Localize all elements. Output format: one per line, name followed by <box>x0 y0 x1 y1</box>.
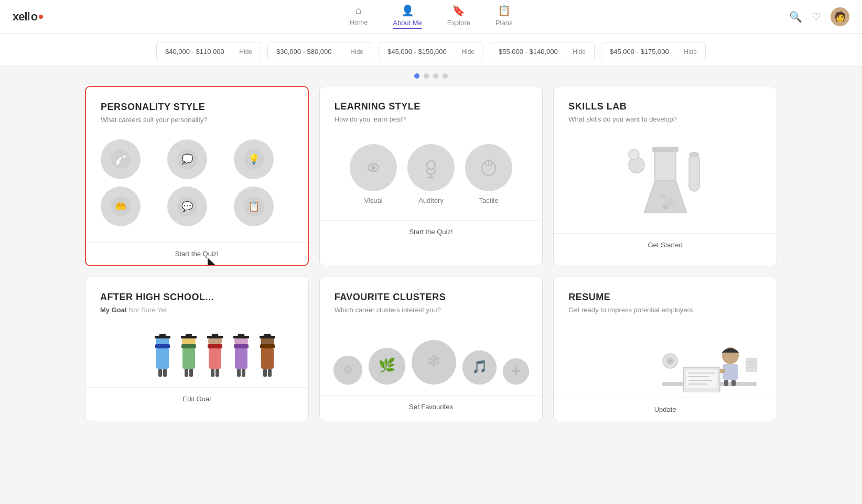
carousel-dots <box>0 66 862 86</box>
svg-rect-32 <box>156 348 169 369</box>
nav-about-me[interactable]: 👤 About Me <box>393 4 422 29</box>
skills-footer[interactable]: Get Started <box>554 233 777 256</box>
svg-point-28 <box>660 193 666 200</box>
learning-style-card[interactable]: LEARNING STYLE How do you learn best? Vi… <box>319 86 543 266</box>
personality-footer[interactable]: Start the Quiz! <box>86 242 308 265</box>
svg-text:✚: ✚ <box>511 365 520 377</box>
hide-btn-2[interactable]: Hide <box>350 48 363 56</box>
svg-text:❄: ❄ <box>427 352 441 370</box>
svg-rect-35 <box>155 344 170 348</box>
goal-value: Not Sure Yet <box>128 306 167 314</box>
cluster-circle-1: ⚙ <box>333 356 362 385</box>
personality-subtitle: What careers suit your personality? <box>101 116 293 124</box>
clipboard-icon: 📋 <box>234 187 274 226</box>
clusters-title: FAVOURITE CLUSTERS <box>335 292 528 303</box>
about-me-icon: 👤 <box>401 4 414 17</box>
svg-rect-43 <box>181 336 197 338</box>
visual-circle <box>350 144 397 191</box>
salary-range-1: $40,000 - $110,000 <box>165 48 224 56</box>
hide-btn-4[interactable]: Hide <box>573 48 586 56</box>
logo[interactable]: xello <box>13 10 43 24</box>
svg-point-25 <box>689 152 699 157</box>
svg-text:🌿: 🌿 <box>379 357 396 374</box>
dot-3[interactable] <box>433 73 438 79</box>
search-button[interactable]: 🔍 <box>789 10 802 23</box>
cluster-circle-2: 🌿 <box>369 348 405 385</box>
svg-rect-50 <box>207 336 223 338</box>
learning-footer[interactable]: Start the Quiz! <box>320 220 543 243</box>
salary-range-2: $30,000 - $80,000 <box>276 48 332 56</box>
after-hs-footer[interactable]: Edit Goal <box>85 387 308 410</box>
resume-card[interactable]: RESUME Get ready to impress potential em… <box>553 277 777 421</box>
skills-title: SKILLS LAB <box>568 101 762 112</box>
hide-btn-5[interactable]: Hide <box>684 48 697 56</box>
favorites-button[interactable]: ♡ <box>812 10 821 23</box>
svg-rect-61 <box>263 369 267 377</box>
skills-lab-card[interactable]: SKILLS LAB What skills do you want to de… <box>553 86 777 266</box>
resume-subtitle: Get ready to impress potential employers… <box>568 306 762 314</box>
nav-home[interactable]: ⌂ Home <box>350 4 368 29</box>
visual-wrap: Visual <box>350 144 397 204</box>
cluster-circle-5: ✚ <box>503 358 529 385</box>
svg-point-90 <box>669 359 672 363</box>
favourite-clusters-card[interactable]: FAVOURITE CLUSTERS Which career clusters… <box>319 277 543 421</box>
clusters-subtitle: Which career clusters interest you? <box>335 306 528 314</box>
svg-rect-63 <box>260 344 275 348</box>
hide-btn-3[interactable]: Hide <box>461 48 475 56</box>
svg-point-20 <box>476 155 502 181</box>
resume-card-body: RESUME Get ready to impress potential em… <box>554 277 777 398</box>
resume-illustration <box>568 324 762 398</box>
svg-rect-49 <box>208 344 222 348</box>
after-high-school-card[interactable]: AFTER HIGH SCHOOL... My Goal Not Sure Ye… <box>85 277 309 421</box>
dot-2[interactable] <box>424 73 429 79</box>
personality-card-body: PERSONALITY STYLE What careers suit your… <box>86 87 308 242</box>
svg-text:🎵: 🎵 <box>471 359 487 374</box>
nav-center: ⌂ Home 👤 About Me 🔖 Explore 📋 Plans <box>350 4 513 29</box>
personality-title: PERSONALITY STYLE <box>101 102 293 113</box>
avatar[interactable]: 🧑 <box>831 7 849 26</box>
nav-plans[interactable]: 📋 Plans <box>495 4 513 29</box>
auditory-circle <box>407 144 455 191</box>
resume-footer[interactable]: Update <box>554 398 777 421</box>
svg-rect-56 <box>234 344 249 348</box>
explore-icon: 🔖 <box>452 4 465 17</box>
home-icon: ⌂ <box>355 4 362 16</box>
svg-rect-46 <box>209 348 221 369</box>
svg-rect-40 <box>185 369 188 377</box>
personality-card[interactable]: PERSONALITY STYLE What careers suit your… <box>85 86 309 266</box>
dot-1[interactable] <box>414 73 419 79</box>
nav-explore[interactable]: 🔖 Explore <box>447 4 470 29</box>
salary-range-5: $45,000 - $175,000 <box>610 48 669 56</box>
hide-btn-1[interactable]: Hide <box>239 48 252 56</box>
dot-4[interactable] <box>443 73 448 79</box>
svg-rect-60 <box>261 348 274 369</box>
svg-rect-44 <box>186 334 192 336</box>
heart-hand-icon: 🤲 <box>101 187 141 226</box>
salary-strip: $40,000 - $110,000 Hide $30,000 - $80,00… <box>0 34 862 66</box>
clusters-illustration: ⚙ 🌿 ❄ 🎵 ✚ <box>335 324 528 395</box>
svg-rect-55 <box>242 369 245 377</box>
salary-card-2: $30,000 - $80,000 Hide <box>267 42 372 61</box>
chat-icon: 💬 <box>167 187 207 226</box>
plans-icon: 📋 <box>498 4 511 17</box>
salary-card-5: $45,000 - $175,000 Hide <box>601 42 706 61</box>
svg-rect-51 <box>212 334 218 336</box>
visual-label: Visual <box>364 196 382 204</box>
learning-title: LEARNING STYLE <box>335 101 528 112</box>
nav-right: 🔍 ♡ 🧑 <box>789 7 849 26</box>
brain-icon: 💭 <box>167 139 207 179</box>
skills-card-body: SKILLS LAB What skills do you want to de… <box>554 86 777 233</box>
svg-text:💬: 💬 <box>181 201 193 212</box>
clusters-footer[interactable]: Set Favourites <box>320 395 543 418</box>
svg-rect-42 <box>181 344 196 348</box>
resume-title: RESUME <box>568 292 762 303</box>
nav-explore-label: Explore <box>447 19 470 27</box>
skills-illustration <box>568 134 762 233</box>
after-hs-card-body: AFTER HIGH SCHOOL... My Goal Not Sure Ye… <box>85 277 308 387</box>
salary-range-3: $45,000 - $150,000 <box>387 48 447 56</box>
svg-point-30 <box>663 204 668 210</box>
hammer-icon <box>101 139 141 179</box>
svg-rect-34 <box>163 369 167 377</box>
learning-circles: Visual Auditory Tactile <box>335 134 528 220</box>
graduates-illustration <box>100 324 294 387</box>
